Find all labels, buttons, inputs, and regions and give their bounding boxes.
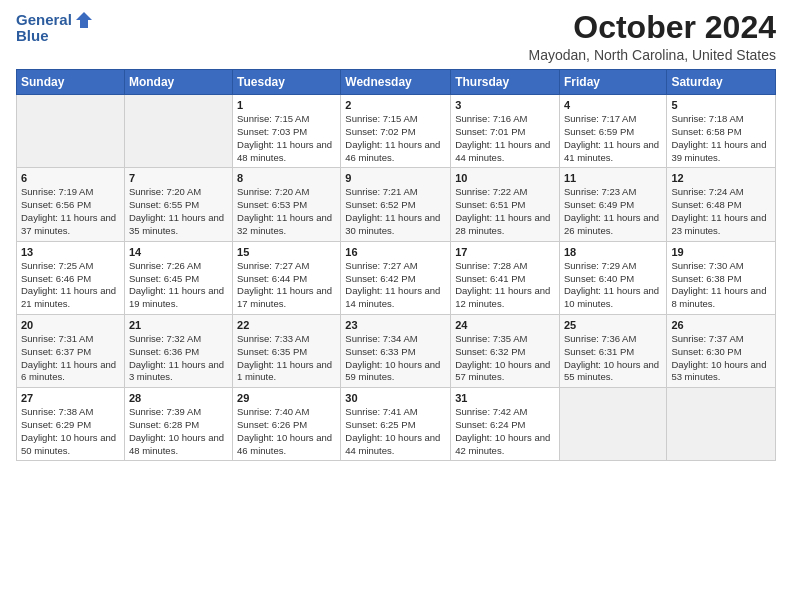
day-number: 17 (455, 246, 555, 258)
calendar-cell: 8Sunrise: 7:20 AMSunset: 6:53 PMDaylight… (233, 168, 341, 241)
calendar-cell (667, 388, 776, 461)
day-number: 15 (237, 246, 336, 258)
calendar-cell: 13Sunrise: 7:25 AMSunset: 6:46 PMDayligh… (17, 241, 125, 314)
day-number: 7 (129, 172, 228, 184)
day-number: 6 (21, 172, 120, 184)
day-info: Sunrise: 7:32 AMSunset: 6:36 PMDaylight:… (129, 333, 228, 384)
calendar-cell: 12Sunrise: 7:24 AMSunset: 6:48 PMDayligh… (667, 168, 776, 241)
day-info: Sunrise: 7:35 AMSunset: 6:32 PMDaylight:… (455, 333, 555, 384)
day-info: Sunrise: 7:18 AMSunset: 6:58 PMDaylight:… (671, 113, 771, 164)
day-number: 16 (345, 246, 446, 258)
calendar-cell: 4Sunrise: 7:17 AMSunset: 6:59 PMDaylight… (559, 95, 666, 168)
day-number: 13 (21, 246, 120, 258)
day-info: Sunrise: 7:27 AMSunset: 6:42 PMDaylight:… (345, 260, 446, 311)
col-header-tuesday: Tuesday (233, 70, 341, 95)
day-info: Sunrise: 7:23 AMSunset: 6:49 PMDaylight:… (564, 186, 662, 237)
day-info: Sunrise: 7:42 AMSunset: 6:24 PMDaylight:… (455, 406, 555, 457)
day-number: 19 (671, 246, 771, 258)
calendar-cell: 26Sunrise: 7:37 AMSunset: 6:30 PMDayligh… (667, 314, 776, 387)
logo-general: General (16, 12, 72, 29)
calendar-cell: 1Sunrise: 7:15 AMSunset: 7:03 PMDaylight… (233, 95, 341, 168)
day-number: 8 (237, 172, 336, 184)
day-info: Sunrise: 7:17 AMSunset: 6:59 PMDaylight:… (564, 113, 662, 164)
calendar-cell: 3Sunrise: 7:16 AMSunset: 7:01 PMDaylight… (451, 95, 560, 168)
day-number: 5 (671, 99, 771, 111)
logo: General Blue (16, 10, 94, 45)
page: General Blue October 2024 Mayodan, North… (0, 0, 792, 612)
day-number: 21 (129, 319, 228, 331)
calendar-cell: 17Sunrise: 7:28 AMSunset: 6:41 PMDayligh… (451, 241, 560, 314)
day-info: Sunrise: 7:15 AMSunset: 7:03 PMDaylight:… (237, 113, 336, 164)
calendar-cell: 23Sunrise: 7:34 AMSunset: 6:33 PMDayligh… (341, 314, 451, 387)
col-header-sunday: Sunday (17, 70, 125, 95)
calendar-cell: 25Sunrise: 7:36 AMSunset: 6:31 PMDayligh… (559, 314, 666, 387)
day-number: 3 (455, 99, 555, 111)
calendar-cell (124, 95, 232, 168)
col-header-monday: Monday (124, 70, 232, 95)
day-number: 29 (237, 392, 336, 404)
day-number: 2 (345, 99, 446, 111)
location: Mayodan, North Carolina, United States (529, 47, 776, 63)
day-info: Sunrise: 7:33 AMSunset: 6:35 PMDaylight:… (237, 333, 336, 384)
calendar-cell: 15Sunrise: 7:27 AMSunset: 6:44 PMDayligh… (233, 241, 341, 314)
day-info: Sunrise: 7:24 AMSunset: 6:48 PMDaylight:… (671, 186, 771, 237)
day-number: 25 (564, 319, 662, 331)
calendar-week-1: 1Sunrise: 7:15 AMSunset: 7:03 PMDaylight… (17, 95, 776, 168)
day-info: Sunrise: 7:36 AMSunset: 6:31 PMDaylight:… (564, 333, 662, 384)
day-number: 28 (129, 392, 228, 404)
day-info: Sunrise: 7:34 AMSunset: 6:33 PMDaylight:… (345, 333, 446, 384)
calendar-cell: 9Sunrise: 7:21 AMSunset: 6:52 PMDaylight… (341, 168, 451, 241)
day-info: Sunrise: 7:30 AMSunset: 6:38 PMDaylight:… (671, 260, 771, 311)
calendar-cell: 10Sunrise: 7:22 AMSunset: 6:51 PMDayligh… (451, 168, 560, 241)
day-info: Sunrise: 7:19 AMSunset: 6:56 PMDaylight:… (21, 186, 120, 237)
day-number: 24 (455, 319, 555, 331)
calendar-week-4: 20Sunrise: 7:31 AMSunset: 6:37 PMDayligh… (17, 314, 776, 387)
day-info: Sunrise: 7:29 AMSunset: 6:40 PMDaylight:… (564, 260, 662, 311)
day-info: Sunrise: 7:38 AMSunset: 6:29 PMDaylight:… (21, 406, 120, 457)
calendar-header-row: SundayMondayTuesdayWednesdayThursdayFrid… (17, 70, 776, 95)
calendar-cell: 29Sunrise: 7:40 AMSunset: 6:26 PMDayligh… (233, 388, 341, 461)
title-block: October 2024 Mayodan, North Carolina, Un… (529, 10, 776, 63)
day-info: Sunrise: 7:16 AMSunset: 7:01 PMDaylight:… (455, 113, 555, 164)
day-info: Sunrise: 7:20 AMSunset: 6:55 PMDaylight:… (129, 186, 228, 237)
day-number: 4 (564, 99, 662, 111)
day-info: Sunrise: 7:21 AMSunset: 6:52 PMDaylight:… (345, 186, 446, 237)
calendar-cell: 5Sunrise: 7:18 AMSunset: 6:58 PMDaylight… (667, 95, 776, 168)
day-info: Sunrise: 7:22 AMSunset: 6:51 PMDaylight:… (455, 186, 555, 237)
calendar-cell: 7Sunrise: 7:20 AMSunset: 6:55 PMDaylight… (124, 168, 232, 241)
col-header-wednesday: Wednesday (341, 70, 451, 95)
day-number: 14 (129, 246, 228, 258)
day-info: Sunrise: 7:15 AMSunset: 7:02 PMDaylight:… (345, 113, 446, 164)
header: General Blue October 2024 Mayodan, North… (16, 10, 776, 63)
calendar-cell: 20Sunrise: 7:31 AMSunset: 6:37 PMDayligh… (17, 314, 125, 387)
day-number: 31 (455, 392, 555, 404)
calendar-cell: 27Sunrise: 7:38 AMSunset: 6:29 PMDayligh… (17, 388, 125, 461)
calendar-cell: 19Sunrise: 7:30 AMSunset: 6:38 PMDayligh… (667, 241, 776, 314)
calendar-cell: 11Sunrise: 7:23 AMSunset: 6:49 PMDayligh… (559, 168, 666, 241)
calendar-cell (17, 95, 125, 168)
day-number: 1 (237, 99, 336, 111)
calendar-week-3: 13Sunrise: 7:25 AMSunset: 6:46 PMDayligh… (17, 241, 776, 314)
calendar-cell: 6Sunrise: 7:19 AMSunset: 6:56 PMDaylight… (17, 168, 125, 241)
day-number: 26 (671, 319, 771, 331)
calendar-week-2: 6Sunrise: 7:19 AMSunset: 6:56 PMDaylight… (17, 168, 776, 241)
calendar-cell: 2Sunrise: 7:15 AMSunset: 7:02 PMDaylight… (341, 95, 451, 168)
day-info: Sunrise: 7:39 AMSunset: 6:28 PMDaylight:… (129, 406, 228, 457)
logo-blue: Blue (16, 28, 94, 45)
calendar-cell: 31Sunrise: 7:42 AMSunset: 6:24 PMDayligh… (451, 388, 560, 461)
day-info: Sunrise: 7:20 AMSunset: 6:53 PMDaylight:… (237, 186, 336, 237)
day-info: Sunrise: 7:27 AMSunset: 6:44 PMDaylight:… (237, 260, 336, 311)
day-info: Sunrise: 7:40 AMSunset: 6:26 PMDaylight:… (237, 406, 336, 457)
day-number: 27 (21, 392, 120, 404)
day-number: 23 (345, 319, 446, 331)
day-number: 10 (455, 172, 555, 184)
calendar-cell: 16Sunrise: 7:27 AMSunset: 6:42 PMDayligh… (341, 241, 451, 314)
month-title: October 2024 (529, 10, 776, 45)
calendar-cell: 28Sunrise: 7:39 AMSunset: 6:28 PMDayligh… (124, 388, 232, 461)
day-number: 18 (564, 246, 662, 258)
col-header-thursday: Thursday (451, 70, 560, 95)
day-info: Sunrise: 7:26 AMSunset: 6:45 PMDaylight:… (129, 260, 228, 311)
day-info: Sunrise: 7:28 AMSunset: 6:41 PMDaylight:… (455, 260, 555, 311)
day-number: 9 (345, 172, 446, 184)
calendar-week-5: 27Sunrise: 7:38 AMSunset: 6:29 PMDayligh… (17, 388, 776, 461)
